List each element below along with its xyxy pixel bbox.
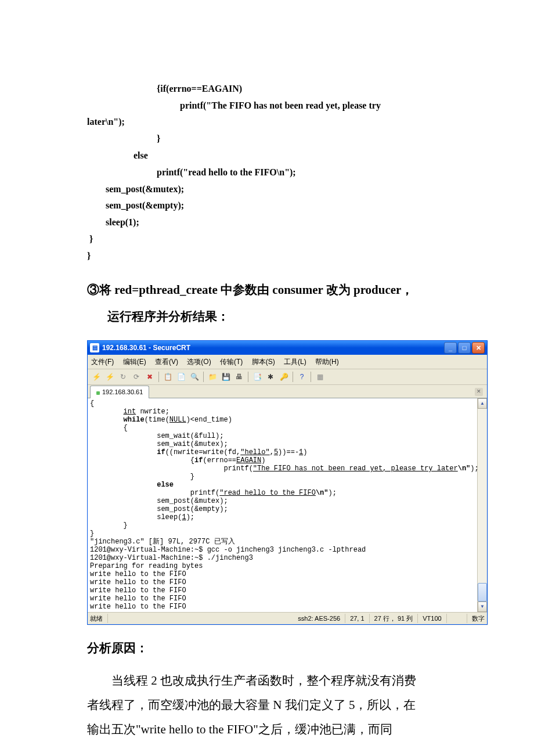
term-line: write hello to the FIFO	[90, 570, 186, 578]
t: \n"	[458, 465, 471, 473]
instr-text: 改为	[326, 283, 353, 297]
t	[90, 481, 157, 489]
stop-icon[interactable]: ✖	[144, 371, 156, 383]
t: EAGAIN	[236, 456, 261, 465]
instr-line2: 运行程序并分析结果：	[87, 309, 229, 323]
t: int	[124, 408, 136, 416]
code-line: sleep(1);	[87, 217, 139, 227]
maximize-button[interactable]: □	[458, 342, 471, 354]
quick-connect-icon[interactable]: ⚡	[104, 371, 116, 383]
tabbar: 192.168.30.61 ✕	[88, 385, 487, 398]
terminal-output[interactable]: { int nwrite; while(time(NULL)<end_time)…	[88, 398, 477, 612]
term-line: sem_post(&empty);	[90, 505, 228, 513]
term-line: "jincheng3.c" [新] 97L, 2977C 已写入	[90, 538, 235, 546]
t: (time(	[145, 416, 169, 424]
instruction-text: ③将 red=pthread_create 中参数由 consumer 改为 p…	[87, 276, 447, 330]
properties-icon[interactable]: 📑	[251, 371, 263, 383]
minimize-button[interactable]: _	[444, 342, 457, 354]
status-term: VT100	[423, 614, 446, 624]
session-tab[interactable]: 192.168.30.61	[90, 386, 149, 398]
code-line: printf("read hello to the FIFO\n");	[87, 167, 296, 177]
t: \n"	[316, 489, 329, 497]
help-icon[interactable]: ?	[296, 371, 308, 383]
t: "hello"	[240, 448, 269, 456]
t: )<end_time)	[186, 416, 232, 424]
menu-view[interactable]: 查看(V)	[155, 358, 178, 366]
instr-text: ，	[401, 283, 413, 297]
term-line: 1201@wxy-Virtual-Machine:~$ gcc -o jinch…	[90, 546, 366, 554]
connect-icon[interactable]: ⚡	[91, 371, 102, 383]
menu-edit[interactable]: 编辑(E)	[123, 358, 146, 366]
tab-close-button[interactable]: ✕	[475, 388, 483, 396]
term-line: write hello to the FIFO	[90, 586, 186, 595]
window-title: 192.168.30.61 - SecureCRT	[102, 343, 444, 353]
toolbar-separator	[203, 372, 204, 382]
t: );	[329, 489, 337, 497]
tab-label: 192.168.30.61	[102, 388, 143, 395]
t: ))==-	[278, 448, 299, 456]
t: if	[194, 456, 203, 465]
save-icon[interactable]: 💾	[220, 371, 232, 383]
toolbar-separator	[293, 372, 293, 382]
toolbar: ⚡ ⚡ ↻ ⟳ ✖ 📋 📄 🔍 📁 💾 🖶 📑 ✱ 🔑 ? ▦	[88, 369, 487, 385]
screen-icon[interactable]: ▦	[314, 371, 326, 383]
t: if	[157, 448, 165, 456]
source-code-block: {if(errno==EAGAIN) printf("The FIFO has …	[87, 64, 447, 265]
menu-file[interactable]: 文件(F)	[91, 358, 114, 366]
code-line: }	[87, 251, 91, 261]
copy-icon[interactable]: 📋	[162, 371, 174, 383]
menu-script[interactable]: 脚本(S)	[252, 358, 275, 366]
settings-icon[interactable]: ✱	[265, 371, 276, 383]
term-line: }	[90, 473, 194, 481]
menu-transfer[interactable]: 传输(T)	[220, 358, 243, 366]
t: );	[186, 513, 194, 521]
scroll-down-button[interactable]: ▼	[478, 602, 487, 612]
key-icon[interactable]: 🔑	[278, 371, 290, 383]
code-line: later\n");	[87, 117, 125, 127]
code-line: sem_post(&empty);	[87, 200, 184, 210]
para-text: 输出五次"	[87, 722, 141, 736]
t	[90, 408, 124, 416]
term-line: {	[90, 424, 128, 432]
t	[90, 416, 124, 424]
status-ready: 就绪	[90, 614, 108, 624]
menu-help[interactable]: 帮助(H)	[315, 358, 339, 366]
reconnect-icon[interactable]: ↻	[117, 371, 129, 383]
folder-icon[interactable]: 📁	[207, 371, 218, 383]
t: "The FIFO has not been read yet, please …	[253, 465, 458, 473]
circled-number: ③	[87, 283, 99, 297]
instr-code: red=pthread_create	[114, 283, 221, 297]
code-line: {if(errno==EAGAIN)	[87, 84, 242, 93]
tab-status-icon	[96, 391, 100, 395]
toolbar-separator	[158, 372, 159, 382]
term-line: sem_wait(&full);	[90, 432, 223, 440]
term-line: {	[90, 399, 94, 408]
status-blank	[452, 614, 467, 624]
scroll-up-button[interactable]: ▲	[478, 398, 487, 409]
menu-options[interactable]: 选项(O)	[187, 358, 211, 366]
status-pos: 27, 1	[350, 614, 369, 624]
t: 1	[182, 513, 186, 521]
instr-text: 中参数由	[221, 283, 272, 297]
t: nwrite;	[136, 408, 169, 416]
analysis-paragraph: 当线程 2 也改成执行生产者函数时，整个程序就没有消费 者线程了，而空缓冲池的最…	[87, 668, 447, 741]
t: {	[90, 456, 194, 465]
titlebar[interactable]: ▤ 192.168.30.61 - SecureCRT _ □ ✕	[88, 341, 487, 355]
scroll-track[interactable]	[478, 409, 487, 602]
t: sleep(	[90, 513, 182, 521]
t: ((nwrite=write(fd,	[165, 448, 241, 456]
print-icon[interactable]: 🖶	[233, 371, 245, 383]
menu-tools[interactable]: 工具(L)	[284, 358, 306, 366]
t: while	[124, 416, 145, 424]
code-line: }	[87, 234, 93, 244]
status-proto: ssh2: AES-256	[298, 614, 345, 624]
analysis-heading: 分析原因：	[87, 639, 447, 658]
scroll-thumb[interactable]	[478, 583, 487, 602]
find-icon[interactable]: 🔍	[189, 371, 200, 383]
term-line: sem_post(&mutex);	[90, 497, 228, 505]
paste-icon[interactable]: 📄	[175, 371, 187, 383]
close-button[interactable]: ✕	[472, 342, 485, 354]
term-line: }	[90, 530, 94, 538]
scrollbar[interactable]: ▲ ▼	[477, 398, 487, 612]
disconnect-icon[interactable]: ⟳	[131, 371, 142, 383]
